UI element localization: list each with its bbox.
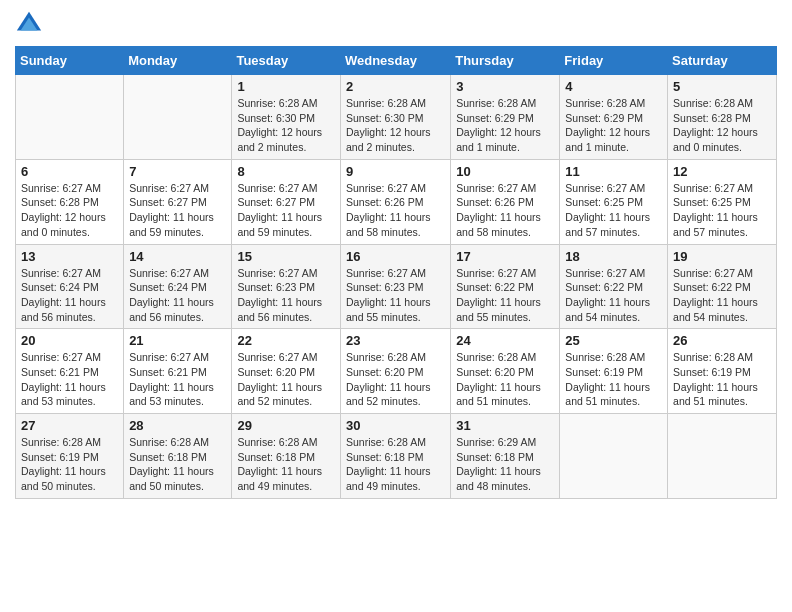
calendar-cell: 17Sunrise: 6:27 AM Sunset: 6:22 PM Dayli… [451,244,560,329]
header [15,10,777,38]
day-info: Sunrise: 6:27 AM Sunset: 6:27 PM Dayligh… [237,181,335,240]
day-number: 31 [456,418,554,433]
day-number: 6 [21,164,118,179]
day-number: 25 [565,333,662,348]
day-number: 29 [237,418,335,433]
day-number: 21 [129,333,226,348]
weekday-header-thursday: Thursday [451,47,560,75]
calendar-cell: 29Sunrise: 6:28 AM Sunset: 6:18 PM Dayli… [232,414,341,499]
calendar-cell: 21Sunrise: 6:27 AM Sunset: 6:21 PM Dayli… [124,329,232,414]
calendar-cell [124,75,232,160]
day-number: 17 [456,249,554,264]
calendar-cell: 4Sunrise: 6:28 AM Sunset: 6:29 PM Daylig… [560,75,668,160]
calendar-cell: 12Sunrise: 6:27 AM Sunset: 6:25 PM Dayli… [668,159,777,244]
day-info: Sunrise: 6:27 AM Sunset: 6:21 PM Dayligh… [129,350,226,409]
calendar-cell: 26Sunrise: 6:28 AM Sunset: 6:19 PM Dayli… [668,329,777,414]
day-number: 12 [673,164,771,179]
day-number: 16 [346,249,445,264]
calendar-table: SundayMondayTuesdayWednesdayThursdayFrid… [15,46,777,499]
calendar-body: 1Sunrise: 6:28 AM Sunset: 6:30 PM Daylig… [16,75,777,499]
day-info: Sunrise: 6:27 AM Sunset: 6:26 PM Dayligh… [456,181,554,240]
calendar-cell: 25Sunrise: 6:28 AM Sunset: 6:19 PM Dayli… [560,329,668,414]
day-number: 4 [565,79,662,94]
calendar-week-1: 6Sunrise: 6:27 AM Sunset: 6:28 PM Daylig… [16,159,777,244]
weekday-header-wednesday: Wednesday [340,47,450,75]
day-number: 23 [346,333,445,348]
calendar-cell: 18Sunrise: 6:27 AM Sunset: 6:22 PM Dayli… [560,244,668,329]
weekday-header-sunday: Sunday [16,47,124,75]
weekday-header-tuesday: Tuesday [232,47,341,75]
day-number: 27 [21,418,118,433]
day-info: Sunrise: 6:27 AM Sunset: 6:25 PM Dayligh… [565,181,662,240]
day-info: Sunrise: 6:28 AM Sunset: 6:28 PM Dayligh… [673,96,771,155]
calendar-cell: 7Sunrise: 6:27 AM Sunset: 6:27 PM Daylig… [124,159,232,244]
day-info: Sunrise: 6:28 AM Sunset: 6:30 PM Dayligh… [237,96,335,155]
day-number: 11 [565,164,662,179]
day-number: 14 [129,249,226,264]
day-number: 1 [237,79,335,94]
day-number: 18 [565,249,662,264]
day-info: Sunrise: 6:29 AM Sunset: 6:18 PM Dayligh… [456,435,554,494]
day-info: Sunrise: 6:27 AM Sunset: 6:24 PM Dayligh… [129,266,226,325]
calendar-cell: 1Sunrise: 6:28 AM Sunset: 6:30 PM Daylig… [232,75,341,160]
calendar-cell: 6Sunrise: 6:27 AM Sunset: 6:28 PM Daylig… [16,159,124,244]
calendar-cell [668,414,777,499]
logo [15,10,47,38]
day-number: 22 [237,333,335,348]
weekday-row: SundayMondayTuesdayWednesdayThursdayFrid… [16,47,777,75]
day-number: 15 [237,249,335,264]
day-info: Sunrise: 6:28 AM Sunset: 6:30 PM Dayligh… [346,96,445,155]
calendar-cell: 31Sunrise: 6:29 AM Sunset: 6:18 PM Dayli… [451,414,560,499]
calendar-cell: 27Sunrise: 6:28 AM Sunset: 6:19 PM Dayli… [16,414,124,499]
calendar-week-4: 27Sunrise: 6:28 AM Sunset: 6:19 PM Dayli… [16,414,777,499]
day-info: Sunrise: 6:28 AM Sunset: 6:18 PM Dayligh… [129,435,226,494]
day-number: 20 [21,333,118,348]
calendar-cell: 14Sunrise: 6:27 AM Sunset: 6:24 PM Dayli… [124,244,232,329]
calendar-cell [16,75,124,160]
calendar-week-0: 1Sunrise: 6:28 AM Sunset: 6:30 PM Daylig… [16,75,777,160]
calendar-week-2: 13Sunrise: 6:27 AM Sunset: 6:24 PM Dayli… [16,244,777,329]
calendar-cell: 19Sunrise: 6:27 AM Sunset: 6:22 PM Dayli… [668,244,777,329]
calendar-cell: 13Sunrise: 6:27 AM Sunset: 6:24 PM Dayli… [16,244,124,329]
calendar-cell: 30Sunrise: 6:28 AM Sunset: 6:18 PM Dayli… [340,414,450,499]
day-number: 10 [456,164,554,179]
day-number: 24 [456,333,554,348]
day-info: Sunrise: 6:27 AM Sunset: 6:22 PM Dayligh… [565,266,662,325]
day-info: Sunrise: 6:27 AM Sunset: 6:28 PM Dayligh… [21,181,118,240]
day-info: Sunrise: 6:28 AM Sunset: 6:19 PM Dayligh… [21,435,118,494]
weekday-header-saturday: Saturday [668,47,777,75]
day-number: 13 [21,249,118,264]
calendar-cell: 10Sunrise: 6:27 AM Sunset: 6:26 PM Dayli… [451,159,560,244]
calendar-cell: 9Sunrise: 6:27 AM Sunset: 6:26 PM Daylig… [340,159,450,244]
day-info: Sunrise: 6:28 AM Sunset: 6:29 PM Dayligh… [456,96,554,155]
day-number: 9 [346,164,445,179]
calendar-cell [560,414,668,499]
day-info: Sunrise: 6:27 AM Sunset: 6:23 PM Dayligh… [346,266,445,325]
day-info: Sunrise: 6:28 AM Sunset: 6:19 PM Dayligh… [673,350,771,409]
calendar-cell: 15Sunrise: 6:27 AM Sunset: 6:23 PM Dayli… [232,244,341,329]
day-info: Sunrise: 6:27 AM Sunset: 6:24 PM Dayligh… [21,266,118,325]
day-info: Sunrise: 6:27 AM Sunset: 6:26 PM Dayligh… [346,181,445,240]
calendar-cell: 11Sunrise: 6:27 AM Sunset: 6:25 PM Dayli… [560,159,668,244]
calendar-cell: 3Sunrise: 6:28 AM Sunset: 6:29 PM Daylig… [451,75,560,160]
day-number: 5 [673,79,771,94]
logo-icon [15,10,43,38]
day-info: Sunrise: 6:28 AM Sunset: 6:18 PM Dayligh… [237,435,335,494]
day-number: 8 [237,164,335,179]
calendar-cell: 2Sunrise: 6:28 AM Sunset: 6:30 PM Daylig… [340,75,450,160]
day-info: Sunrise: 6:27 AM Sunset: 6:22 PM Dayligh… [673,266,771,325]
calendar-cell: 8Sunrise: 6:27 AM Sunset: 6:27 PM Daylig… [232,159,341,244]
day-number: 7 [129,164,226,179]
day-info: Sunrise: 6:27 AM Sunset: 6:21 PM Dayligh… [21,350,118,409]
day-number: 30 [346,418,445,433]
calendar-cell: 24Sunrise: 6:28 AM Sunset: 6:20 PM Dayli… [451,329,560,414]
day-info: Sunrise: 6:28 AM Sunset: 6:18 PM Dayligh… [346,435,445,494]
calendar-cell: 5Sunrise: 6:28 AM Sunset: 6:28 PM Daylig… [668,75,777,160]
page: SundayMondayTuesdayWednesdayThursdayFrid… [0,0,792,612]
calendar-header: SundayMondayTuesdayWednesdayThursdayFrid… [16,47,777,75]
day-info: Sunrise: 6:27 AM Sunset: 6:23 PM Dayligh… [237,266,335,325]
weekday-header-friday: Friday [560,47,668,75]
calendar-week-3: 20Sunrise: 6:27 AM Sunset: 6:21 PM Dayli… [16,329,777,414]
calendar-cell: 16Sunrise: 6:27 AM Sunset: 6:23 PM Dayli… [340,244,450,329]
day-number: 3 [456,79,554,94]
